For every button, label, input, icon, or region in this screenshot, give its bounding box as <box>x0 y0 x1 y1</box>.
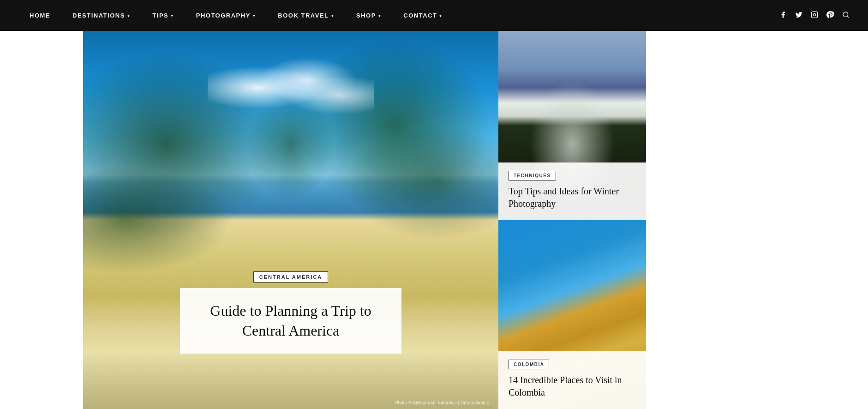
nav-label-tips: TIPS <box>152 12 168 19</box>
card-1-content: TECHNIQUES Top Tips and Ideas for Winter… <box>498 162 646 220</box>
hero-title: Guide to Planning a Trip to Central Amer… <box>197 301 385 341</box>
instagram-icon[interactable] <box>811 11 818 20</box>
nav-label-destinations: DESTINATIONS <box>72 12 125 19</box>
card-2-badge-wrapper[interactable]: COLOMBIA <box>509 360 636 374</box>
pinterest-icon[interactable] <box>826 11 834 20</box>
nav-label-home: HOME <box>30 12 50 19</box>
hero-category-badge[interactable]: CENTRAL AMERICA <box>180 271 401 288</box>
nav-label-book-travel: BOOK TRAVEL <box>278 12 329 19</box>
clouds-decoration <box>208 50 374 126</box>
nav-label-shop: SHOP <box>356 12 376 19</box>
chevron-down-icon: ▾ <box>127 13 131 18</box>
nav-item-shop[interactable]: SHOP ▾ <box>345 0 392 31</box>
chevron-down-icon: ▾ <box>253 13 256 18</box>
chevron-down-icon: ▾ <box>378 13 382 18</box>
chevron-down-icon: ▾ <box>331 13 335 18</box>
hero-title-box: Guide to Planning a Trip to Central Amer… <box>180 288 401 354</box>
sidebar-cards: TECHNIQUES Top Tips and Ideas for Winter… <box>498 31 646 409</box>
search-icon[interactable] <box>842 11 850 20</box>
photo-credit: Photo © Aleksandar Todorovic | Dreamstim… <box>395 400 493 405</box>
card-2-content: COLOMBIA 14 Incredible Places to Visit i… <box>498 351 646 409</box>
chevron-down-icon: ▾ <box>439 13 443 18</box>
nav-item-home[interactable]: HOME <box>18 0 61 31</box>
nav-label-photography: PHOTOGRAPHY <box>196 12 251 19</box>
navigation: HOME DESTINATIONS ▾ TIPS ▾ PHOTOGRAPHY ▾… <box>0 0 868 31</box>
nav-item-destinations[interactable]: DESTINATIONS ▾ <box>61 0 141 31</box>
hero-overlay: CENTRAL AMERICA Guide to Planning a Trip… <box>180 271 401 354</box>
nav-item-photography[interactable]: PHOTOGRAPHY ▾ <box>185 0 267 31</box>
nav-social <box>779 11 850 20</box>
card-colombia[interactable]: COLOMBIA 14 Incredible Places to Visit i… <box>498 220 646 409</box>
card-1-badge-wrapper[interactable]: TECHNIQUES <box>509 171 636 185</box>
nav-label-contact: CONTACT <box>403 12 437 19</box>
hero-section[interactable]: CENTRAL AMERICA Guide to Planning a Trip… <box>83 31 498 409</box>
facebook-icon[interactable] <box>779 11 787 20</box>
svg-line-3 <box>847 16 849 18</box>
svg-rect-0 <box>811 12 817 18</box>
card-2-badge: COLOMBIA <box>509 360 549 369</box>
card-1-badge: TECHNIQUES <box>509 171 556 180</box>
main-content: CENTRAL AMERICA Guide to Planning a Trip… <box>0 31 868 409</box>
card-1-title: Top Tips and Ideas for Winter Photograph… <box>509 185 636 210</box>
card-2-title: 14 Incredible Places to Visit in Colombi… <box>509 374 636 399</box>
chevron-down-icon: ▾ <box>171 13 174 18</box>
twitter-icon[interactable] <box>795 11 802 20</box>
card-winter-photography[interactable]: TECHNIQUES Top Tips and Ideas for Winter… <box>498 31 646 220</box>
category-badge-label: CENTRAL AMERICA <box>253 271 328 283</box>
nav-item-book-travel[interactable]: BOOK TRAVEL ▾ <box>267 0 345 31</box>
nav-menu: HOME DESTINATIONS ▾ TIPS ▾ PHOTOGRAPHY ▾… <box>18 0 454 31</box>
nav-item-tips[interactable]: TIPS ▾ <box>141 0 185 31</box>
svg-point-2 <box>843 12 848 17</box>
nav-item-contact[interactable]: CONTACT ▾ <box>392 0 454 31</box>
